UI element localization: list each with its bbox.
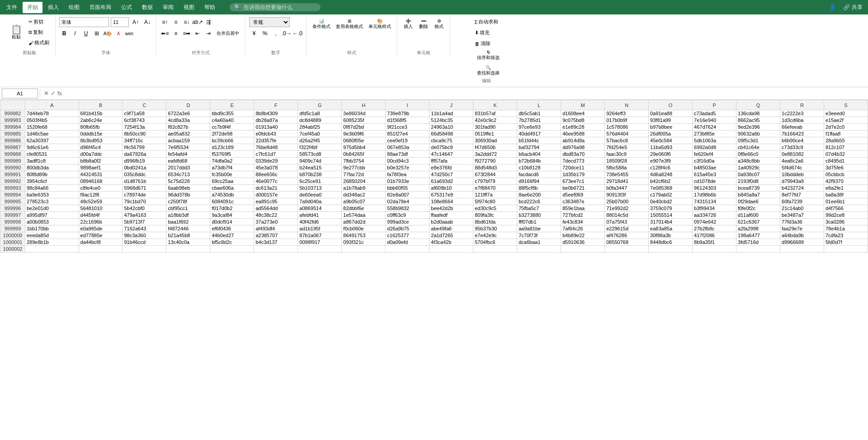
cut-button[interactable]: ✂ 剪切 — [26, 17, 52, 27]
data-cell[interactable]: 75fba5c7 — [517, 205, 561, 212]
data-cell[interactable]: d5eef069 — [561, 192, 605, 198]
data-cell[interactable] — [517, 246, 561, 253]
data-cell[interactable]: e7f88470 — [473, 185, 517, 192]
data-cell[interactable]: baa1f692 — [166, 219, 210, 225]
data-cell[interactable]: c8495d1 — [824, 158, 868, 164]
data-cell[interactable]: 48c38c22 — [254, 212, 298, 219]
data-cell[interactable]: 74315134 — [693, 198, 736, 205]
data-cell[interactable]: 7162a643 — [123, 225, 166, 232]
data-cell[interactable]: d5910636 — [561, 239, 605, 246]
data-cell[interactable]: dca6baa1 — [517, 239, 561, 246]
data-cell[interactable]: b0e3257e — [386, 164, 429, 171]
data-cell[interactable]: a00b0853 — [25, 219, 79, 225]
data-cell[interactable]: 21c14ab0 — [780, 205, 824, 212]
indent-increase-btn[interactable]: ⇥ — [203, 28, 213, 38]
data-cell[interactable]: 40dd4917 — [517, 131, 561, 137]
data-cell[interactable]: e1e89c28 — [561, 124, 605, 131]
data-cell[interactable]: b0fa3447 — [605, 185, 649, 192]
data-cell[interactable]: dd348ac2 — [342, 192, 386, 198]
data-cell[interactable]: a74530db — [210, 192, 254, 198]
data-cell[interactable]: 3fd5716d — [736, 239, 780, 246]
data-cell[interactable]: cd1078de — [693, 178, 736, 185]
data-cell[interactable]: f53769f5 — [210, 151, 254, 158]
col-header-M[interactable]: M — [561, 100, 605, 110]
data-cell[interactable]: 44314531 — [79, 171, 123, 178]
data-cell[interactable]: 1d3cd6ba — [780, 117, 824, 124]
data-cell[interactable]: 0339de29 — [254, 158, 298, 164]
search-bar[interactable]: 🔍 — [230, 3, 321, 11]
data-cell[interactable]: 7e16e940 — [693, 117, 736, 124]
data-cell[interactable]: 5c75d228 — [166, 178, 210, 185]
data-cell[interactable]: 0a938c07 — [736, 171, 780, 178]
data-cell[interactable]: f1ffaa8 — [824, 131, 868, 137]
data-cell[interactable]: 7decd773 — [561, 158, 605, 164]
copy-button[interactable]: ⧉ 复制 — [26, 28, 52, 37]
data-cell[interactable]: 05cbbcb — [824, 171, 868, 178]
font-color-btn[interactable]: A — [113, 28, 123, 38]
confirm-formula-icon[interactable]: ✓ — [51, 90, 56, 97]
data-cell[interactable]: 07a75f43 — [605, 219, 649, 225]
data-cell[interactable]: 467d7624 — [693, 124, 736, 131]
data-cell[interactable]: fff07db1 — [517, 219, 561, 225]
data-cell[interactable]: c9f71a58 — [123, 110, 166, 117]
data-cell[interactable]: 8b50cc90 — [123, 131, 166, 137]
data-cell[interactable]: a1b78ab9 — [342, 185, 386, 192]
data-cell[interactable]: b3273880 — [517, 212, 561, 219]
data-cell[interactable]: e3eeed0 — [824, 110, 868, 117]
data-cell[interactable]: 9264eff3 — [605, 110, 649, 117]
data-cell[interactable]: 121fff7a — [473, 192, 517, 198]
data-cell[interactable]: da67826a — [123, 151, 166, 158]
data-cell[interactable]: 90632a6b — [736, 131, 780, 137]
data-cell[interactable]: 317014b4 — [649, 219, 693, 225]
data-cell[interactable]: 621c6367 — [736, 219, 780, 225]
data-cell[interactable]: 8b3bd953 — [79, 137, 123, 144]
data-cell[interactable]: afebfd41 — [298, 212, 342, 219]
data-cell[interactable]: 48c52e59 — [79, 198, 123, 205]
data-cell[interactable]: 62a30397 — [25, 137, 79, 144]
data-cell[interactable]: 3759c079 — [649, 205, 693, 212]
decimal-decrease-btn[interactable]: ←.0 — [292, 28, 302, 38]
data-cell[interactable]: 7fbb3754 — [342, 158, 386, 164]
data-cell[interactable]: a867dd2d — [342, 219, 386, 225]
menu-data[interactable]: 数据 — [137, 2, 157, 13]
data-cell[interactable]: eeeda85d — [25, 232, 79, 239]
data-cell[interactable]: d26a9b75 — [386, 225, 429, 232]
cancel-formula-icon[interactable]: ✕ — [44, 90, 49, 97]
data-cell[interactable]: b72b684b — [517, 158, 561, 164]
text-direction-btn[interactable]: ab↗ — [193, 17, 203, 27]
data-cell[interactable]: af493df4 — [254, 225, 298, 232]
data-cell[interactable]: 90913f3f — [605, 192, 649, 198]
data-cell[interactable]: 01b7933e — [386, 178, 429, 185]
menu-draw[interactable]: 绘图 — [64, 2, 84, 13]
cell-style-btn[interactable]: 🎨 单元格样式 — [366, 17, 393, 31]
data-cell[interactable]: 7c70f73f — [517, 232, 561, 239]
data-cell[interactable]: cb41c64e — [736, 144, 780, 151]
align-middle-btn[interactable]: ≡ — [171, 17, 181, 27]
conditional-format-btn[interactable]: 📊 条件格式 — [310, 17, 333, 31]
col-header-E[interactable]: E — [210, 100, 254, 110]
format-painter-button[interactable]: 🖌 格式刷 — [26, 38, 52, 47]
data-cell[interactable]: 95b37b30 — [473, 225, 517, 232]
data-cell[interactable]: bbd9c355 — [210, 110, 254, 117]
data-cell[interactable]: d96f45c4 — [79, 144, 123, 151]
data-cell[interactable]: be3487a7 — [780, 212, 824, 219]
data-cell[interactable]: 66d58498 — [429, 131, 473, 137]
align-center-btn[interactable]: ≡ — [171, 28, 181, 38]
data-cell[interactable] — [25, 246, 79, 253]
data-cell[interactable]: 5b9713f7 — [123, 219, 166, 225]
data-cell[interactable]: cbae606a — [210, 185, 254, 192]
data-cell[interactable]: 4f3ca42b — [429, 239, 473, 246]
data-cell[interactable]: fe620ef4 — [693, 151, 736, 158]
data-cell[interactable]: e0a965de — [79, 225, 123, 232]
data-cell[interactable]: a2385707 — [254, 232, 298, 239]
data-cell[interactable]: d996fb19 — [123, 158, 166, 164]
data-cell[interactable]: facdacd6 — [517, 171, 561, 178]
col-header-R[interactable]: R — [780, 100, 824, 110]
data-cell[interactable]: 30f88a3b — [649, 232, 693, 239]
data-cell[interactable]: 3a2ddd72 — [473, 151, 517, 158]
data-cell[interactable]: 5fbc588a — [605, 164, 649, 171]
data-cell[interactable]: fff57afa — [429, 158, 473, 164]
data-cell[interactable]: 08550768 — [605, 239, 649, 246]
number-format-select[interactable]: 常规 — [249, 17, 290, 27]
data-cell[interactable]: db28a87a — [254, 117, 298, 124]
